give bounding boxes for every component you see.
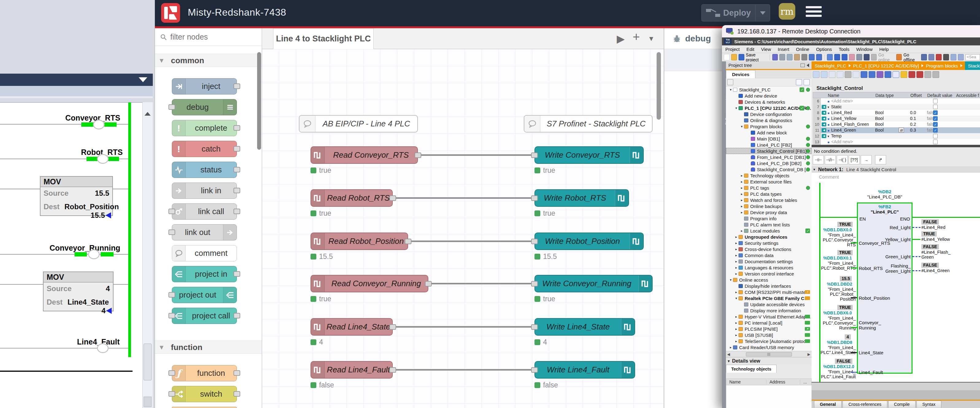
collapse-all-icon[interactable] [837,71,843,78]
db-address[interactable]: %DB2 [857,189,913,194]
operand-name[interactable]: "From_Line4_ PLC".Robot_RTS [813,261,856,271]
palette-node-function[interactable]: ƒ function [172,365,237,381]
checkbox[interactable] [933,99,938,103]
operand-name[interactable]: "From_Line4_ PLC".Conveyor_ RTS [813,233,856,247]
tree-item[interactable]: ▸PLCSIM [PN/IE]✕ [726,326,811,332]
tag-row[interactable]: 13 ■<Add new> [813,139,980,145]
input-port[interactable] [531,281,538,287]
tree-item[interactable]: Add new block [726,129,811,136]
palette-filter[interactable] [155,28,262,46]
deploy-caret-icon[interactable] [760,11,765,15]
fb-input-pin[interactable]: Line4_Fault [859,370,883,375]
tree-item-selected[interactable]: Stacklight_Control [FB1] [726,148,811,154]
operand-address[interactable]: %DB1.DBX0.1 [823,256,852,260]
tab-technology-objects[interactable]: Technology objects [726,365,776,373]
node-read-robot-position[interactable]: Read Robot_Position [310,233,408,250]
compile-icon[interactable] [827,54,833,60]
output-port[interactable] [234,370,240,376]
input-port[interactable] [531,195,538,201]
fb-input-pin[interactable]: Line4_State [859,350,883,355]
split-horizontal-icon[interactable] [951,54,956,60]
output-coil-icon[interactable] [88,249,100,259]
operand-name[interactable]: #Line4_Yellow [921,237,950,242]
tree-item[interactable]: ▸Card Reader/USB memory [726,344,811,350]
collapse-caret-icon[interactable] [139,77,147,82]
tree-item[interactable]: Display/hide interfaces [726,283,811,289]
palette-node-status[interactable]: status [172,162,237,178]
contact-nc-icon[interactable]: ⊣/⊢ [825,155,836,164]
new-project-icon[interactable] [724,54,730,60]
tab-line4-to-stacklight[interactable]: Line 4 to Stacklight PLC [273,28,374,49]
node-read-conveyor-rts[interactable]: Read Conveyor_RTS [310,146,418,164]
ff-blocks-icon[interactable] [877,71,883,78]
operand-address[interactable]: %DB1.DBX0.0 [823,227,852,232]
ladder-titlebar[interactable] [0,74,153,86]
menu-insert[interactable]: Insert [775,47,793,52]
tree-item[interactable]: Update accessible devices [726,301,811,307]
tree-item[interactable]: Add new device [726,93,811,99]
node-write-robot-rts[interactable]: Write Robot_RTS [535,189,629,207]
node-read-line4-state[interactable]: Read Line4_State [310,318,393,336]
input-port[interactable] [169,209,175,214]
break-off-icon[interactable] [916,71,923,78]
fb-input-pin[interactable]: Robot_Position [859,295,890,301]
tree-item[interactable]: ▸Cross-device functions [726,246,811,252]
user-avatar[interactable]: rm [779,3,795,20]
tab-devices[interactable]: Devices [726,70,756,78]
rung-tag-label[interactable]: Conveyor_RTS [43,114,120,122]
mov-block[interactable]: MOV Source 4 Dest Line4_State 4 [43,271,113,311]
tree-item[interactable]: ▸PLC data types [726,191,811,197]
favorites-toggle-icon[interactable] [861,71,867,78]
input-port[interactable] [531,239,538,244]
palette-scrollbar-thumb[interactable] [257,52,261,150]
output-coil-icon[interactable] [97,154,109,164]
tree-item[interactable]: ▸Security settings [726,240,811,246]
tree-item[interactable]: ▸Device proxy data [726,209,811,215]
filter-nodes-input[interactable] [170,33,244,41]
node-write-line4-fault[interactable]: Write Line4_Fault [535,361,635,379]
update-inconsistent-icon[interactable] [885,71,891,78]
deploy-button[interactable]: Deploy [702,4,770,21]
operand-address[interactable]: %DB1.DBX12.0 [823,364,854,369]
absolute-operands-icon[interactable] [845,71,851,78]
output-coil-icon[interactable] [93,120,105,129]
crumb-current[interactable]: Stacklight_Co [965,61,980,70]
print-icon[interactable] [772,54,778,60]
tree-item[interactable]: ▸PC internal [Local] [726,320,811,326]
operand-name[interactable]: "From_Line4_ PLC".Line4_State [813,345,856,355]
output-port[interactable] [234,125,240,131]
menu-window[interactable]: Window [853,47,876,52]
menu-help[interactable]: Help [876,47,892,52]
save-project-icon[interactable] [738,54,745,60]
crumb-plc[interactable]: PLC_1 [CPU 1212C AC/DC/Rly] [853,63,919,68]
checkbox-checked[interactable]: ✓ [933,116,938,121]
menu-edit[interactable]: Edit [743,47,758,52]
tree-item[interactable]: ▸External source files [726,179,811,185]
node-write-conveyor-running[interactable]: Write Conveyor_Running [535,275,652,292]
input-port[interactable] [169,313,175,318]
node-read-robot-rts[interactable]: Read Robot_RTS [310,189,393,207]
rung-tag-label[interactable]: Conveyor_Running [37,244,120,252]
db-name[interactable]: "Line4_PLC_DB" [851,194,919,199]
tree-item[interactable]: ▸Watch and force tables [726,197,811,203]
delete-icon[interactable] [802,54,807,60]
checkbox[interactable] [933,140,938,144]
palette-node-link-call[interactable]: link call [172,203,237,220]
start-simulation-icon[interactable] [929,54,934,60]
collapse-panel-icon[interactable] [807,64,809,67]
output-port[interactable] [425,281,432,287]
tag-row[interactable]: 7◀ ▾Static [813,104,980,110]
undo-icon[interactable] [809,54,815,60]
operand-name[interactable]: #Line4_Flash_ Green [921,250,951,260]
go-offline-icon[interactable] [896,54,902,60]
operand-address[interactable]: %DB1.DBD8 [827,340,852,345]
checkbox[interactable] [933,134,938,138]
mov-dest-tag[interactable]: Line4_State [67,298,109,306]
fb-input-pin[interactable]: Conveyor_ Running [859,320,881,330]
palette-node-project-in[interactable]: project in [172,266,237,282]
comment-node[interactable]: S7 Profinet - Stacklight PLC [524,115,652,133]
tree-item[interactable]: ▾Realtek PCIe GBE Family Con... [726,295,811,301]
output-port[interactable] [389,324,396,330]
input-port[interactable] [531,152,538,158]
tree-item[interactable]: ▸PLC tags [726,185,811,191]
